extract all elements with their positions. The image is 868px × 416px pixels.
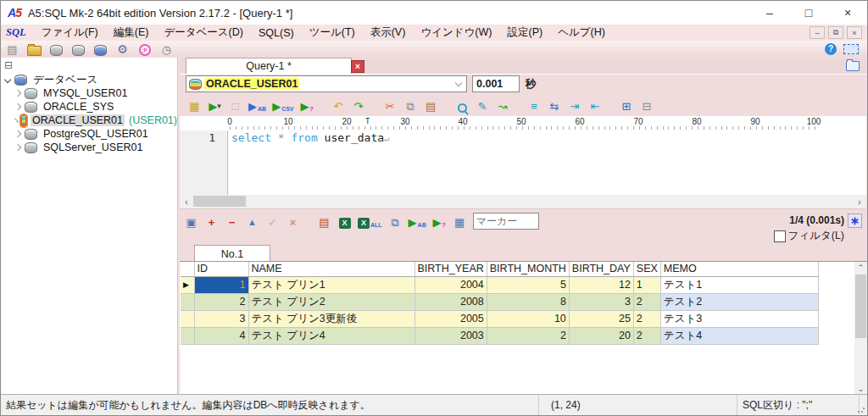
column-header-birth-day[interactable]: BIRTH_DAY xyxy=(569,262,633,276)
tree-item-mysql-user01[interactable]: MYSQL_USER01 xyxy=(1,86,177,100)
editor-horizontal-scrollbar[interactable]: ‹ › xyxy=(180,195,866,209)
cell-name[interactable]: テスト プリン1 xyxy=(248,276,415,293)
delete-row-icon[interactable]: − xyxy=(225,214,239,229)
cell-birth-day[interactable]: 3 xyxy=(569,293,633,310)
grid-settings-icon[interactable]: ▦ xyxy=(453,214,467,229)
mdi-minimize-icon[interactable]: – xyxy=(810,26,825,39)
cell-name[interactable]: テスト プリン4 xyxy=(248,327,415,344)
cell-sex[interactable]: 2 xyxy=(633,327,660,344)
row-selector-current[interactable]: ▶ xyxy=(181,276,194,293)
menu-edit[interactable]: 編集(E) xyxy=(106,25,157,40)
cell-birth-year[interactable]: 2005 xyxy=(415,310,487,327)
filter-control[interactable]: フィルタ(L) xyxy=(774,229,844,243)
result-close-icon[interactable]: ∗ xyxy=(848,214,862,228)
register-icon[interactable]: ▣ xyxy=(184,214,198,229)
elapsed-time-field[interactable]: 0.001 xyxy=(472,75,520,92)
update-row-icon[interactable]: ▲ xyxy=(245,214,259,229)
find-icon[interactable] xyxy=(455,98,470,113)
ime-pad-icon[interactable] xyxy=(843,44,859,54)
chevron-right-icon[interactable] xyxy=(14,118,19,123)
cell-memo[interactable]: テスト1 xyxy=(660,276,818,293)
cell-birth-month[interactable]: 10 xyxy=(487,310,569,327)
align-lines-icon[interactable]: ≡ xyxy=(527,98,542,113)
marker-input[interactable] xyxy=(473,213,539,230)
cell-id[interactable]: 2 xyxy=(194,293,248,310)
connect-database-icon[interactable] xyxy=(49,42,64,56)
column-header-sex[interactable]: SEX xyxy=(633,262,660,276)
mdi-restore-icon[interactable]: ⧉ xyxy=(828,26,843,39)
menu-settings[interactable]: 設定(P) xyxy=(499,25,550,40)
tab-list-folder-icon[interactable] xyxy=(846,61,860,74)
table-row[interactable]: 2 テスト プリン2 2008 8 3 2 テスト2 xyxy=(181,293,818,310)
copy-result-icon[interactable]: ⧉ xyxy=(388,214,403,229)
cell-memo[interactable]: テスト3 xyxy=(660,310,818,327)
table-row[interactable]: ▶ 1 テスト プリン1 2004 5 12 1 テスト1 xyxy=(181,276,818,293)
cell-birth-month[interactable]: 2 xyxy=(487,327,569,344)
cell-id[interactable]: 3 xyxy=(194,310,248,327)
cell-sex[interactable]: 2 xyxy=(633,310,660,327)
tree-item-oracle-sys[interactable]: ORACLE_SYS xyxy=(1,100,177,114)
cell-id[interactable]: 4 xyxy=(194,327,248,344)
row-selector[interactable] xyxy=(181,310,194,327)
menu-sql-logo[interactable]: SQL xyxy=(1,26,34,39)
outdent-icon[interactable]: ⇤ xyxy=(588,98,603,113)
outline-icon[interactable]: ⊞ xyxy=(620,98,634,113)
tree-item-oracle-user01[interactable]: ORACLE_USER01 (USER01) xyxy=(1,114,177,127)
help-icon[interactable]: ? xyxy=(825,43,837,55)
tab-result-no1[interactable]: No.1 xyxy=(194,245,270,262)
scroll-down-icon[interactable]: ⌄ xyxy=(854,383,867,395)
cell-sex[interactable]: 1 xyxy=(633,276,660,293)
cell-id-selected[interactable]: 1 xyxy=(194,276,248,293)
scroll-up-icon[interactable]: ⌃ xyxy=(854,262,867,274)
resize-grip[interactable] xyxy=(857,405,865,413)
run-dropdown-icon[interactable]: ▾ xyxy=(217,100,221,113)
chevron-down-icon[interactable] xyxy=(4,76,11,83)
row-selector[interactable] xyxy=(181,327,194,344)
tree-item-postgresql-user01[interactable]: PostgreSQL_USER01 xyxy=(1,127,177,141)
sql-editor[interactable]: 1 select * from user_data↵ xyxy=(180,130,866,195)
chevron-right-icon[interactable] xyxy=(14,90,21,97)
run-param-icon[interactable]: ▶? xyxy=(300,98,314,113)
run-range-icon[interactable]: ▶AB xyxy=(248,98,266,113)
menu-window[interactable]: ウインドウ(W) xyxy=(413,25,499,40)
cell-birth-day[interactable]: 20 xyxy=(569,327,633,344)
indent-icon[interactable]: ⇥ xyxy=(568,98,582,113)
column-header-birth-month[interactable]: BIRTH_MONTH xyxy=(487,262,569,276)
maximize-icon[interactable]: □ xyxy=(789,1,828,25)
redo-icon[interactable]: ↷ xyxy=(352,98,366,113)
excel-export-all-icon[interactable]: XALL xyxy=(358,214,382,229)
run-icon[interactable]: ▶▾ xyxy=(208,98,222,113)
paste-icon[interactable]: ▤ xyxy=(424,98,438,113)
commit-icon[interactable]: ✓ xyxy=(265,214,280,229)
column-header-memo[interactable]: MEMO xyxy=(660,262,818,276)
cell-birth-year[interactable]: 2008 xyxy=(415,293,487,310)
tab-query-1[interactable]: Query-1 * xyxy=(186,58,352,74)
filter-checkbox[interactable] xyxy=(774,230,786,242)
menu-sql[interactable]: SQL(S) xyxy=(251,27,302,39)
column-header-birth-year[interactable]: BIRTH_YEAR xyxy=(415,262,487,276)
cell-memo[interactable]: テスト2 xyxy=(660,293,818,310)
grid-vertical-scrollbar[interactable]: ⌃ ⌄ xyxy=(854,262,867,395)
menu-database[interactable]: データベース(D) xyxy=(156,25,251,40)
table-row[interactable]: 4 テスト プリン4 2003 2 20 2 テスト4 xyxy=(181,327,818,344)
replace-icon[interactable]: ✎ xyxy=(476,98,490,113)
scrollbar-thumb[interactable] xyxy=(855,275,866,338)
database-group-icon[interactable] xyxy=(93,42,108,56)
clock-icon[interactable]: ◷ xyxy=(159,42,174,56)
cell-memo[interactable]: テスト4 xyxy=(660,327,818,344)
scrollbar-thumb[interactable] xyxy=(193,196,246,207)
tree-options-icon[interactable]: ⊟ xyxy=(4,59,13,71)
row-selector[interactable] xyxy=(181,293,194,310)
close-icon[interactable]: × xyxy=(828,1,867,25)
run-param-icon[interactable]: ▶? xyxy=(432,214,447,229)
cell-name[interactable]: テスト プリン2 xyxy=(248,293,415,310)
menu-file[interactable]: ファイル(F) xyxy=(34,25,106,40)
minimize-icon[interactable]: – xyxy=(750,1,789,25)
cut-icon[interactable]: ✂ xyxy=(383,98,398,113)
column-header-name[interactable]: NAME xyxy=(248,262,415,276)
tree-item-sqlserver-user01[interactable]: SQLServer_USER01 xyxy=(1,141,177,154)
stop-icon[interactable]: □ xyxy=(228,98,242,113)
reflow-icon[interactable]: ⇆ xyxy=(548,98,562,113)
run-csv-icon[interactable]: ▶CSV xyxy=(272,98,293,113)
cell-birth-month[interactable]: 8 xyxy=(487,293,569,310)
